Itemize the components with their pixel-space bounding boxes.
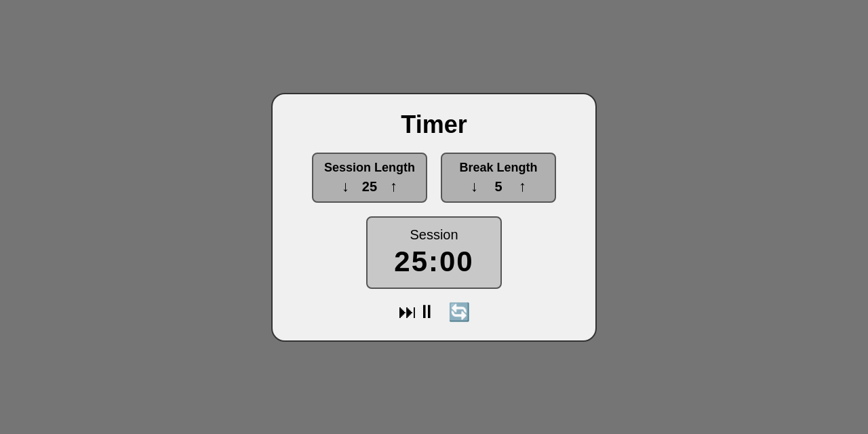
play-pause-button[interactable]: ⏭⏸ <box>398 302 436 321</box>
break-length-control: Break Length ↓ 5 ↑ <box>441 153 556 203</box>
session-length-label: Session Length <box>324 161 415 175</box>
timer-mode-label: Session <box>410 227 458 243</box>
break-length-value: 5 <box>490 179 507 195</box>
reset-button[interactable]: 🔄 <box>448 302 470 321</box>
app-title: Timer <box>401 111 467 139</box>
session-increment-button[interactable]: ↑ <box>387 179 400 194</box>
break-decrement-button[interactable]: ↓ <box>468 179 481 194</box>
break-length-label: Break Length <box>459 161 537 175</box>
session-length-control: Session Length ↓ 25 ↑ <box>312 153 427 203</box>
timer-time-display: 25:00 <box>394 245 473 278</box>
timer-card: Timer Session Length ↓ 25 ↑ Break Length… <box>271 93 597 342</box>
timer-display: Session 25:00 <box>366 216 502 289</box>
timer-buttons: ⏭⏸ 🔄 <box>398 302 470 321</box>
reset-icon: 🔄 <box>448 302 470 322</box>
break-length-adjuster: ↓ 5 ↑ <box>468 179 529 195</box>
controls-row: Session Length ↓ 25 ↑ Break Length ↓ 5 ↑ <box>294 153 574 203</box>
play-pause-icon: ⏭⏸ <box>398 301 436 322</box>
session-length-value: 25 <box>361 179 378 195</box>
break-increment-button[interactable]: ↑ <box>516 179 529 194</box>
session-decrement-button[interactable]: ↓ <box>339 179 352 194</box>
session-length-adjuster: ↓ 25 ↑ <box>339 179 400 195</box>
